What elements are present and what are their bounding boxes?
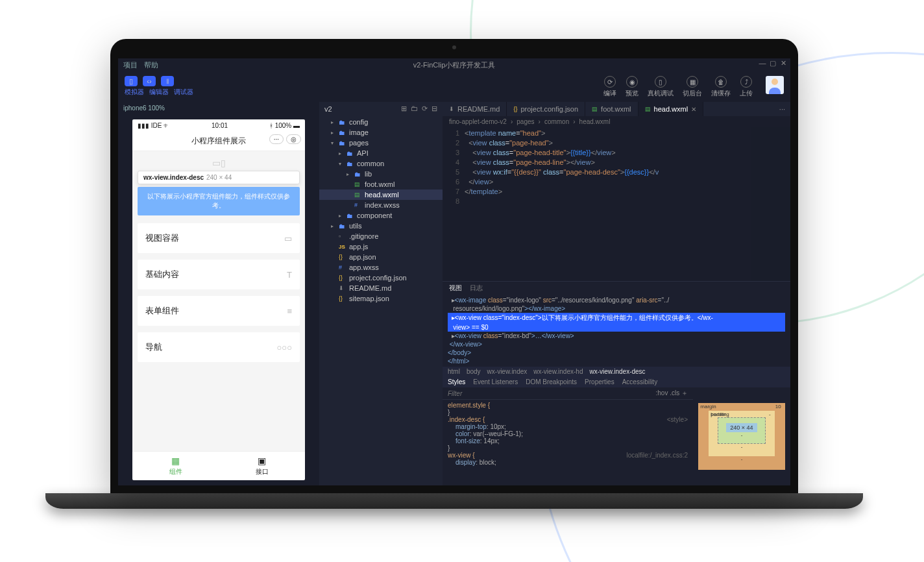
styles-subtab[interactable]: DOM Breakpoints [526, 378, 577, 385]
debugger-label: 调试器 [174, 88, 193, 97]
tree-item-app-js[interactable]: JSapp.js [319, 241, 443, 252]
laptop-frame: 项目 帮助 v2-FinClip小程序开发工具 — ▢ ✕ ▯ ‹› ⫴ 模拟器… [110, 39, 798, 509]
tree-item-config[interactable]: ▸🖿config [319, 117, 443, 127]
window-title: v2-FinClip小程序开发工具 [413, 61, 496, 69]
wifi-icon: ᯤ [164, 122, 170, 129]
tree-item--gitignore[interactable]: ▫.gitignore [319, 231, 443, 241]
close-icon[interactable]: ✕ [691, 106, 696, 113]
tab-components[interactable]: ▦组件 [132, 452, 219, 480]
tree-item-image[interactable]: ▸🖿image [319, 127, 443, 138]
new-file-icon[interactable]: ⊞ [401, 104, 407, 113]
tab-project-config-json[interactable]: {}project.config.json [507, 102, 585, 116]
tree-item-pages[interactable]: ▾🖿pages [319, 138, 443, 148]
tree-item-project-config-json[interactable]: {}project.config.json [319, 273, 443, 283]
devtools-tab-log[interactable]: 日志 [470, 284, 483, 293]
tree-item-app-wxss[interactable]: #app.wxss [319, 262, 443, 273]
css-rules[interactable]: element.style { } <style>.index-desc { m… [443, 400, 693, 485]
tree-item-head-wxml[interactable]: ▤head.wxml [319, 189, 443, 200]
simulator-toggle[interactable]: ▯ [125, 76, 138, 86]
capsule-menu-button[interactable]: ··· [269, 134, 284, 144]
tree-item-README-md[interactable]: ⬇README.md [319, 283, 443, 293]
styles-subtab[interactable]: Styles [448, 378, 465, 385]
menu-project[interactable]: 项目 [123, 60, 138, 70]
devtools-tab-view[interactable]: 视图 [449, 284, 462, 293]
tab-foot-wxml[interactable]: ▤foot.wxml [585, 102, 638, 116]
list-item[interactable]: 导航○○○ [138, 332, 300, 362]
grid-icon: ▦ [136, 456, 215, 466]
tab-head-wxml[interactable]: ▤head.wxml✕ [638, 102, 704, 116]
trash-icon: 🗑 [715, 76, 727, 88]
minimize-icon[interactable]: — [759, 60, 766, 66]
tree-item-utils[interactable]: ▸🖿utils [319, 221, 443, 231]
simulator-label: 模拟器 [125, 88, 144, 97]
project-root[interactable]: v2 [324, 105, 332, 113]
logo-placeholder: ▭▯ [138, 158, 300, 168]
tabs-more[interactable]: ··· [774, 103, 790, 116]
bluetooth-icon: ᚼ [269, 122, 273, 129]
code-editor[interactable]: 12345678 <template name="head"> <view cl… [443, 127, 790, 281]
background-icon: ▦ [687, 76, 698, 88]
tree-item-app-json[interactable]: {}app.json [319, 252, 443, 262]
elements-tree[interactable]: ▸<wx-image class="index-logo" src="../re… [443, 295, 790, 367]
list-item[interactable]: 表单组件≡ [138, 296, 300, 326]
tree-item-common[interactable]: ▾🖿common [319, 158, 443, 169]
capsule-close-button[interactable]: ◎ [286, 134, 301, 144]
tree-item-lib[interactable]: ▸🖿lib [319, 169, 443, 179]
breadcrumb-segment[interactable]: fino-applet-demo-v2 [449, 118, 507, 125]
styles-filter-input[interactable] [448, 389, 656, 398]
phone-status-bar: ▮▮▮ IDE ᯤ 10:01 ᚼ 100% ▬ [132, 119, 305, 132]
styles-subtab[interactable]: Event Listeners [473, 378, 518, 385]
styles-filter-actions[interactable]: :hov .cls ＋ [656, 389, 688, 398]
editor-label: 编辑器 [149, 88, 169, 97]
camera-notch [452, 45, 456, 49]
clear-cache-button[interactable]: 🗑清缓存 [711, 76, 731, 98]
devtools-panel: 视图 日志 ▸<wx-image class="index-logo" src=… [443, 281, 790, 485]
editor-toggle[interactable]: ‹› [143, 76, 156, 86]
tree-item-index-wxss[interactable]: #index.wxss [319, 200, 443, 210]
phone-preview: ▮▮▮ IDE ᯤ 10:01 ᚼ 100% ▬ 小程序组件展示 ··· ◎ ▭… [132, 119, 305, 480]
breadcrumb-segment[interactable]: common [544, 118, 569, 125]
avatar[interactable] [766, 76, 784, 94]
tree-item-API[interactable]: ▸🖿API [319, 148, 443, 158]
refresh-icon[interactable]: ⟳ [422, 104, 428, 113]
menu-help[interactable]: 帮助 [144, 60, 158, 70]
main-toolbar: ▯ ‹› ⫴ 模拟器 编辑器 调试器 ⟳编译 ◉预览 ▯真机调试 ▦切后台 🗑清… [118, 72, 790, 102]
tab-README-md[interactable]: ⬇README.md [443, 102, 507, 116]
tree-item-component[interactable]: ▸🖿component [319, 210, 443, 221]
item-icon: ○○○ [276, 343, 292, 352]
preview-button[interactable]: ◉预览 [626, 76, 638, 98]
dom-crumb[interactable]: html [448, 368, 460, 375]
preview-icon: ◉ [626, 76, 638, 88]
dom-crumb[interactable]: wx-view.index-desc [589, 368, 645, 375]
styles-subtab[interactable]: Accessibility [622, 378, 657, 385]
remote-debug-button[interactable]: ▯真机调试 [648, 76, 674, 98]
compile-button[interactable]: ⟳编译 [603, 76, 616, 98]
upload-button[interactable]: ⤴上传 [740, 76, 753, 98]
maximize-icon[interactable]: ▢ [770, 60, 776, 66]
tree-item-sitemap-json[interactable]: {}sitemap.json [319, 293, 443, 304]
close-icon[interactable]: ✕ [780, 60, 786, 66]
new-folder-icon[interactable]: 🗀 [411, 104, 418, 113]
tab-api[interactable]: ▣接口 [219, 452, 305, 480]
list-item[interactable]: 视图容器▭ [138, 223, 300, 253]
highlighted-element[interactable]: 以下将展示小程序官方组件能力，组件样式仅供参考。 [138, 187, 300, 215]
styles-subtab[interactable]: Properties [585, 378, 614, 385]
item-icon: T [287, 270, 292, 280]
dom-crumb[interactable]: body [467, 368, 481, 375]
editor-tabs: ⬇README.md{}project.config.json▤foot.wxm… [443, 102, 790, 116]
dom-crumb[interactable]: wx-view.index [487, 368, 528, 375]
battery-icon: ▬ [293, 122, 300, 129]
signal-icon: ▮▮▮ [138, 122, 149, 129]
inspect-tooltip: wx-view.index-desc240 × 44 [138, 171, 300, 184]
dom-crumb[interactable]: wx-view.index-hd [533, 368, 583, 375]
tree-item-foot-wxml[interactable]: ▤foot.wxml [319, 179, 443, 189]
background-button[interactable]: ▦切后台 [683, 76, 702, 98]
minimap[interactable] [751, 127, 790, 281]
item-icon: ≡ [287, 306, 292, 316]
collapse-icon[interactable]: ⊟ [432, 104, 437, 113]
simulator-panel: iphone6 100% ▮▮▮ IDE ᯤ 10:01 ᚼ 100% ▬ 小程… [118, 102, 319, 485]
breadcrumb-segment[interactable]: head.wxml [579, 118, 611, 125]
breadcrumb-segment[interactable]: pages [517, 118, 534, 125]
list-item[interactable]: 基础内容T [138, 260, 300, 289]
debugger-toggle[interactable]: ⫴ [161, 76, 174, 86]
